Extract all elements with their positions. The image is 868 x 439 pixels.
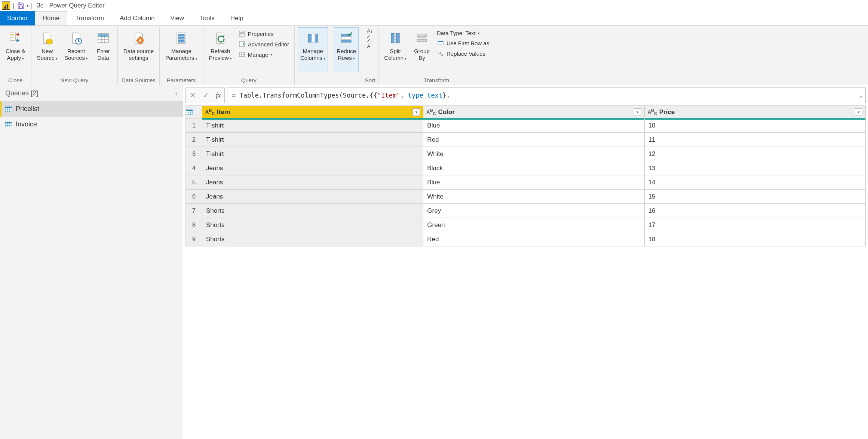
cell-price[interactable]: 16 <box>644 204 865 218</box>
row-number[interactable]: 6 <box>186 190 202 204</box>
advanced-editor-label: Advanced Editor <box>248 41 289 47</box>
tab-add-column[interactable]: Add Column <box>112 11 163 25</box>
cell-price[interactable]: 12 <box>644 147 865 161</box>
cell-price[interactable]: 18 <box>644 232 865 246</box>
cell-color[interactable]: White <box>423 190 644 204</box>
row-number[interactable]: 5 <box>186 175 202 190</box>
grid-corner-menu[interactable] <box>186 106 202 119</box>
sort-desc-button[interactable]: Z↓A <box>365 39 375 47</box>
group-by-icon <box>415 29 429 47</box>
group-by-button[interactable]: Group By <box>411 27 433 72</box>
use-first-row-label: Use First Row as <box>447 40 489 46</box>
cell-item[interactable]: Shorts <box>202 232 423 246</box>
table-row[interactable]: 8ShortsGreen17 <box>186 218 866 232</box>
tab-view[interactable]: View <box>163 11 192 25</box>
svg-rect-56 <box>5 122 12 123</box>
cell-price[interactable]: 10 <box>644 119 865 133</box>
table-row[interactable]: 9ShortsRed18 <box>186 232 866 246</box>
column-filter-button[interactable]: ▾ <box>412 108 420 116</box>
svg-rect-51 <box>5 107 12 108</box>
split-column-button[interactable]: Split Column▾ <box>381 27 409 72</box>
data-source-settings-button[interactable]: Data source settings <box>121 27 156 72</box>
row-number[interactable]: 8 <box>186 218 202 232</box>
save-button[interactable] <box>17 2 25 9</box>
cell-color[interactable]: Black <box>423 161 644 175</box>
row-number[interactable]: 7 <box>186 204 202 218</box>
cell-item[interactable]: Shorts <box>202 218 423 232</box>
manage-parameters-button[interactable]: Manage Parameters▾ <box>163 27 200 72</box>
cell-price[interactable]: 17 <box>644 218 865 232</box>
sort-asc-button[interactable]: A↓Z <box>365 30 375 38</box>
formula-cancel-button[interactable]: ✕ <box>190 91 196 100</box>
cell-price[interactable]: 14 <box>644 175 865 190</box>
split-column-label: Split Column <box>384 48 404 61</box>
enter-data-button[interactable]: Enter Data <box>92 27 114 72</box>
table-row[interactable]: 4JeansBlack13 <box>186 161 866 175</box>
formula-input[interactable]: = Table.TransformColumnTypes(Source,{{"I… <box>227 88 866 103</box>
queries-collapse-button[interactable]: ‹ <box>175 89 178 98</box>
tab-help[interactable]: Help <box>223 11 251 25</box>
cell-price[interactable]: 15 <box>644 190 865 204</box>
manage-columns-button[interactable]: Manage Columns▾ <box>298 27 328 72</box>
group-parameters: Manage Parameters▾ Parameters <box>160 27 203 85</box>
row-number[interactable]: 2 <box>186 133 202 147</box>
row-number[interactable]: 1 <box>186 119 202 133</box>
qat-dropdown[interactable]: ▾ <box>27 4 28 8</box>
advanced-editor-button[interactable]: Advanced Editor <box>236 39 291 49</box>
refresh-preview-button[interactable]: Refresh Preview▾ <box>206 27 234 72</box>
cell-color[interactable]: Blue <box>423 175 644 190</box>
cell-item[interactable]: Shorts <box>202 204 423 218</box>
svg-rect-6 <box>11 37 14 38</box>
column-filter-button[interactable]: ▾ <box>855 108 862 116</box>
row-number[interactable]: 9 <box>186 232 202 246</box>
cell-item[interactable]: T-shirt <box>202 133 423 147</box>
cell-item[interactable]: Jeans <box>202 161 423 175</box>
formula-expand-button[interactable]: ⌄ <box>859 92 862 98</box>
data-type-button[interactable]: Data Type: Text▾ <box>435 29 491 37</box>
replace-values-button[interactable]: 12 Replace Values <box>435 49 491 58</box>
close-apply-button[interactable]: Close & Apply▾ <box>3 27 28 72</box>
reduce-rows-button[interactable]: Reduce Rows▾ <box>334 27 359 72</box>
table-row[interactable]: 1T-shirtBlue10 <box>186 119 866 133</box>
column-header-color[interactable]: ABC Color ▾ <box>423 106 644 119</box>
cell-item[interactable]: T-shirt <box>202 119 423 133</box>
properties-button[interactable]: Properties <box>236 29 291 39</box>
cell-item[interactable]: T-shirt <box>202 147 423 161</box>
cell-price[interactable]: 13 <box>644 161 865 175</box>
tab-transform[interactable]: Transform <box>67 11 112 25</box>
column-header-price[interactable]: ABC Price ▾ <box>644 106 865 119</box>
cell-color[interactable]: Green <box>423 218 644 232</box>
column-header-item[interactable]: ABC Item ▾ <box>202 106 423 119</box>
query-item-pricelist[interactable]: Pricelist <box>0 101 183 117</box>
table-row[interactable]: 3T-shirtWhite12 <box>186 147 866 161</box>
fx-icon[interactable]: fx <box>216 92 221 99</box>
new-source-button[interactable]: New Source▾ <box>34 27 61 72</box>
cell-item[interactable]: Jeans <box>202 175 423 190</box>
use-first-row-button[interactable]: Use First Row as <box>435 38 491 48</box>
table-row[interactable]: 2T-shirtRed11 <box>186 133 866 147</box>
cell-color[interactable]: Red <box>423 232 644 246</box>
tab-home[interactable]: Home <box>35 11 67 25</box>
formula-commit-button[interactable]: ✓ <box>203 91 209 100</box>
tab-tools[interactable]: Tools <box>192 11 223 25</box>
recent-sources-button[interactable]: Recent Sources▾ <box>62 27 91 72</box>
cell-price[interactable]: 11 <box>644 133 865 147</box>
manage-query-button[interactable]: Manage▾ <box>236 50 291 59</box>
svg-rect-61 <box>186 110 193 111</box>
split-column-icon <box>388 29 402 47</box>
cell-item[interactable]: Jeans <box>202 190 423 204</box>
row-number[interactable]: 4 <box>186 161 202 175</box>
cell-color[interactable]: White <box>423 147 644 161</box>
table-row[interactable]: 6JeansWhite15 <box>186 190 866 204</box>
row-number[interactable]: 3 <box>186 147 202 161</box>
tab-file[interactable]: Soubor <box>0 11 35 25</box>
query-item-invoice[interactable]: Invoice <box>0 117 183 132</box>
enter-data-label: Enter Data <box>96 48 110 61</box>
table-row[interactable]: 7ShortsGrey16 <box>186 204 866 218</box>
cell-color[interactable]: Red <box>423 133 644 147</box>
table-row[interactable]: 5JeansBlue14 <box>186 175 866 190</box>
cell-color[interactable]: Blue <box>423 119 644 133</box>
column-filter-button[interactable]: ▾ <box>634 108 641 116</box>
queries-pane: Queries [2] ‹ Pricelist Invoice <box>0 85 183 439</box>
cell-color[interactable]: Grey <box>423 204 644 218</box>
